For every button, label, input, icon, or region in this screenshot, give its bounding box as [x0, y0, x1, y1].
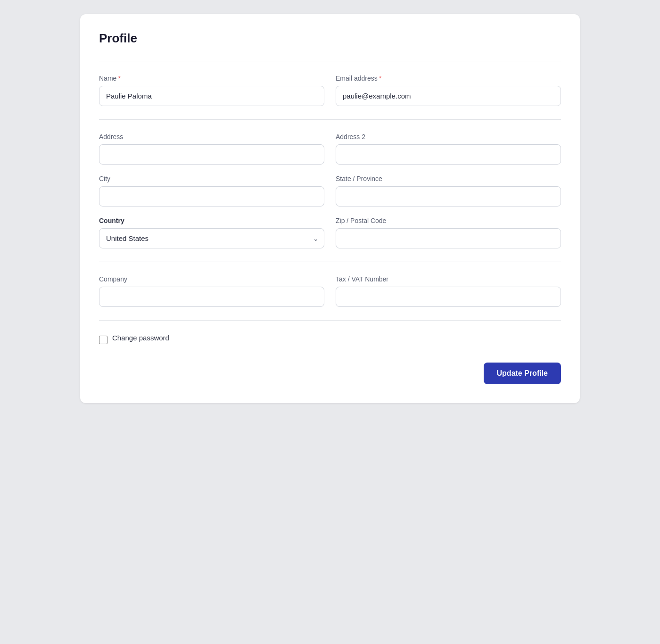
company-label: Company: [99, 275, 324, 283]
address-section: Address Address 2 City State / Province …: [99, 119, 561, 262]
state-label: State / Province: [336, 175, 561, 182]
name-email-row: Name* Email address*: [99, 74, 561, 106]
state-group: State / Province: [336, 175, 561, 206]
tax-label: Tax / VAT Number: [336, 275, 561, 283]
name-group: Name*: [99, 74, 324, 106]
address2-group: Address 2: [336, 133, 561, 165]
name-input[interactable]: [99, 86, 324, 106]
email-required-star: *: [379, 74, 381, 82]
address-row: Address Address 2: [99, 133, 561, 165]
city-state-row: City State / Province: [99, 175, 561, 206]
country-group: Country United States Canada United King…: [99, 217, 324, 248]
name-required-star: *: [118, 74, 120, 82]
city-label: City: [99, 175, 324, 182]
country-select-wrapper: United States Canada United Kingdom Aust…: [99, 228, 324, 248]
country-select[interactable]: United States Canada United Kingdom Aust…: [99, 228, 324, 248]
email-group: Email address*: [336, 74, 561, 106]
footer-row: Update Profile: [99, 355, 561, 384]
zip-input[interactable]: [336, 228, 561, 248]
zip-label: Zip / Postal Code: [336, 217, 561, 224]
tax-group: Tax / VAT Number: [336, 275, 561, 307]
country-zip-row: Country United States Canada United King…: [99, 217, 561, 248]
name-label: Name*: [99, 74, 324, 82]
name-email-section: Name* Email address*: [99, 61, 561, 119]
change-password-checkbox[interactable]: [99, 336, 107, 344]
page-title: Profile: [99, 31, 561, 46]
address2-input[interactable]: [336, 144, 561, 165]
company-group: Company: [99, 275, 324, 307]
company-input[interactable]: [99, 287, 324, 307]
zip-group: Zip / Postal Code: [336, 217, 561, 248]
address2-label: Address 2: [336, 133, 561, 140]
update-profile-button[interactable]: Update Profile: [484, 363, 561, 384]
change-password-section: Change password: [99, 320, 561, 355]
change-password-label[interactable]: Change password: [112, 334, 169, 342]
email-label: Email address*: [336, 74, 561, 82]
email-input[interactable]: [336, 86, 561, 106]
address-label: Address: [99, 133, 324, 140]
country-label: Country: [99, 217, 324, 224]
company-tax-section: Company Tax / VAT Number: [99, 262, 561, 320]
city-input[interactable]: [99, 186, 324, 206]
state-input[interactable]: [336, 186, 561, 206]
address-group: Address: [99, 133, 324, 165]
city-group: City: [99, 175, 324, 206]
profile-card: Profile Name* Email address* Address: [80, 14, 580, 403]
tax-input[interactable]: [336, 287, 561, 307]
address-input[interactable]: [99, 144, 324, 165]
company-tax-row: Company Tax / VAT Number: [99, 275, 561, 307]
